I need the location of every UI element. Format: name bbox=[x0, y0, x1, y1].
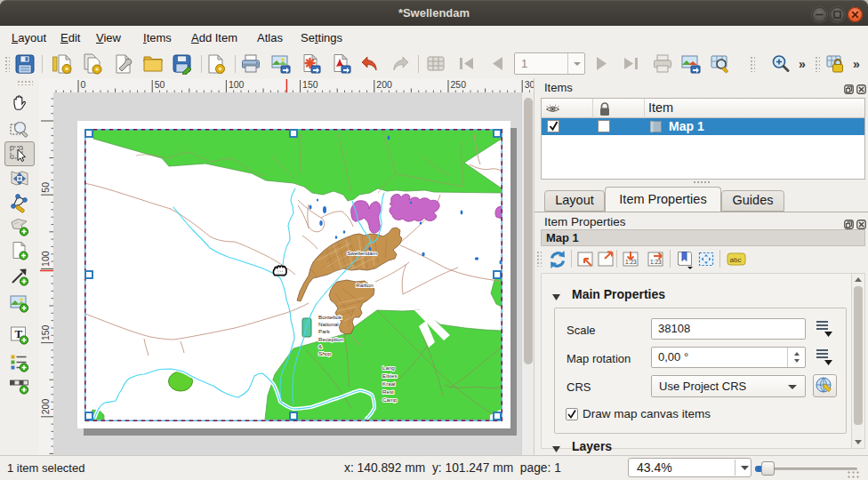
svg-text:100: 100 bbox=[40, 251, 51, 267]
svg-text:1:23: 1:23 bbox=[650, 259, 662, 265]
svg-text:Reception: Reception bbox=[318, 336, 343, 342]
svg-text:Park: Park bbox=[318, 328, 331, 334]
svg-text:Camp: Camp bbox=[382, 396, 398, 403]
svg-text:abc: abc bbox=[730, 256, 742, 264]
svg-text:Railton: Railton bbox=[356, 282, 374, 288]
svg-text:Kraal: Kraal bbox=[382, 380, 395, 387]
svg-text:50: 50 bbox=[155, 79, 165, 90]
svg-text:Bontebok: Bontebok bbox=[318, 314, 342, 320]
svg-text:150: 150 bbox=[40, 324, 51, 340]
svg-text:50: 50 bbox=[40, 182, 51, 193]
svg-text:250: 250 bbox=[451, 79, 467, 90]
svg-text:200: 200 bbox=[40, 399, 51, 415]
svg-text:Lang: Lang bbox=[382, 364, 395, 371]
svg-text:National: National bbox=[318, 321, 339, 327]
svg-text:300: 300 bbox=[525, 79, 534, 90]
svg-text:Elsies: Elsies bbox=[382, 372, 398, 379]
svg-text:150: 150 bbox=[302, 79, 318, 90]
svg-text:100: 100 bbox=[229, 79, 245, 90]
svg-text:0: 0 bbox=[81, 79, 86, 90]
svg-text:Rest: Rest bbox=[382, 388, 394, 395]
svg-text:Swellendam: Swellendam bbox=[347, 250, 377, 256]
svg-text:Shop: Shop bbox=[318, 350, 332, 356]
svg-text:200: 200 bbox=[376, 79, 392, 90]
